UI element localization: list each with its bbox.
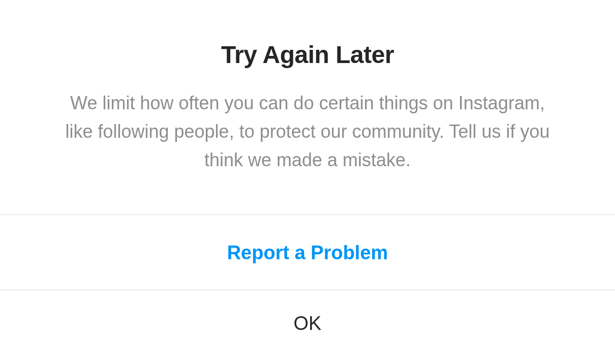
report-problem-button[interactable]: Report a Problem bbox=[0, 215, 615, 290]
dialog-content: Try Again Later We limit how often you c… bbox=[0, 0, 615, 215]
dialog-title: Try Again Later bbox=[56, 41, 559, 69]
dialog-message: We limit how often you can do certain th… bbox=[56, 89, 559, 174]
ok-button[interactable]: OK bbox=[0, 290, 615, 361]
